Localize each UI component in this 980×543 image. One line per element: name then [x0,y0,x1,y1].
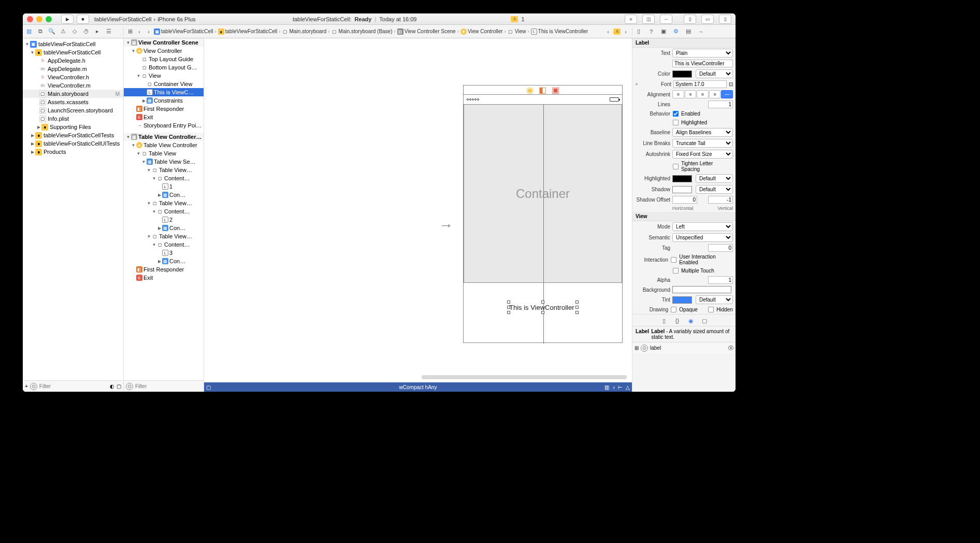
add-font-icon[interactable]: + [635,81,640,87]
outline-item[interactable]: ▼▢Content… [124,174,204,182]
background-swatch[interactable] [672,286,731,293]
outline-constraints[interactable]: ▶▦Constraints [124,96,204,105]
alpha-input[interactable] [708,276,733,284]
related-items-icon[interactable]: ⊞ [126,27,134,36]
alignment-segmented[interactable]: ≡ ≡ ≡ ≡ — [672,90,733,98]
device-name[interactable]: iPhone 6s Plus [157,16,195,22]
lib-media-icon[interactable]: ▢ [700,317,709,325]
outline-item[interactable]: ◧First Responder [124,105,204,113]
lines-input[interactable] [708,101,733,108]
lib-file-icon[interactable]: ▯ [660,317,668,325]
outline-item[interactable]: ▶▦Con… [124,191,204,199]
outline-item[interactable]: ▼▢Content… [124,240,204,249]
mode-select[interactable]: Left [672,222,733,231]
outline-filter-input[interactable] [135,383,201,389]
jump-next-icon[interactable]: › [622,27,630,36]
report-navigator-icon[interactable]: ☰ [105,27,113,36]
editor-standard-button[interactable]: ≡ [625,15,637,24]
warning-count[interactable]: 1 [521,16,524,22]
container-view[interactable]: Container [464,104,622,283]
text-content-input[interactable] [672,60,733,67]
semantic-select[interactable]: Unspecified [672,233,733,242]
nav-group[interactable]: ▼∎tableViewForStaticCell [23,48,123,56]
nav-group[interactable]: ▶∎Supporting Files [23,123,123,131]
canvas-viewcontroller[interactable]: ◉ ◧ ▣ Container This is ViewCont [463,85,623,343]
outline-item[interactable]: L3 [124,249,204,257]
linebreak-select[interactable]: Truncate Tail [672,139,733,148]
highlighted-checkbox[interactable] [673,120,679,125]
nav-file[interactable]: ▢LaunchScreen.storyboard [23,106,123,115]
lib-object-icon[interactable]: ◉ [687,317,695,325]
label-selection[interactable]: This is ViewController [509,303,577,312]
baseline-select[interactable]: Align Baselines [672,128,733,137]
align-justify-button[interactable]: ≡ [709,90,721,98]
filter-recent-icon[interactable]: ⊙ [30,383,37,390]
text-style-select[interactable]: Plain [672,49,733,58]
nav-root[interactable]: ▼▣tableViewForStaticCell [23,40,123,48]
nav-file[interactable]: ▢Assets.xcassets [23,98,123,106]
outline-item[interactable]: ▼▢Content… [124,207,204,216]
zoom-icon[interactable] [46,16,52,22]
outline-item[interactable]: EExit [124,274,204,282]
outline-view[interactable]: ▼▢View [124,72,204,80]
tint-swatch[interactable] [672,296,692,304]
add-icon[interactable]: + [25,383,28,389]
nav-file[interactable]: mViewController.m [23,81,123,90]
enabled-checkbox[interactable] [673,111,679,117]
scm-filter-icon[interactable]: ◐ [110,383,114,389]
nav-file[interactable]: ▢Info.plist [23,115,123,123]
attributes-inspector-icon[interactable]: ⚙ [672,27,680,36]
connections-inspector-icon[interactable]: → [697,27,705,36]
size-class-bar[interactable]: ▢ wCompact hAny ▥ ⫞ ⊢ △ [204,382,632,392]
outline-item[interactable]: ▢Top Layout Guide [124,55,204,63]
outline-item[interactable]: ▢Container View [124,80,204,88]
forward-icon[interactable]: › [145,27,153,36]
test-navigator-icon[interactable]: ◇ [70,27,79,36]
align-right-button[interactable]: ≡ [697,90,709,98]
opaque-checkbox[interactable] [671,307,676,312]
file-inspector-icon[interactable]: ▯ [635,27,643,36]
issue-navigator-icon[interactable]: ⚠ [59,27,67,36]
back-icon[interactable]: ‹ [135,27,143,36]
dock-icon[interactable]: ▢ [206,384,211,390]
nav-group[interactable]: ▶∎Products [23,148,123,156]
highlighted-swatch[interactable] [672,175,692,182]
clear-filter-icon[interactable]: ⓧ [728,345,733,352]
size-inspector-icon[interactable]: ▤ [684,27,693,36]
nav-file[interactable]: hViewController.h [23,73,123,81]
outline-vc[interactable]: ▼●Table View Controller [124,141,204,149]
tint-select[interactable]: Default [696,295,733,304]
symbol-navigator-icon[interactable]: ⧉ [36,27,45,36]
outline-item[interactable]: ▼▢Table View… [124,199,204,207]
issue-warning-icon[interactable]: ⚠ [613,28,621,35]
outline-item[interactable]: ▶▦Con… [124,257,204,265]
tighten-checkbox[interactable] [673,163,679,169]
pin-icon[interactable]: ⊢ [618,384,623,390]
storyboard-canvas[interactable]: → ◉ ◧ ▣ Container [204,38,632,392]
view-mode-icon[interactable]: ⊞ [635,345,639,351]
library-item[interactable]: Label Label - A variably sized amount of… [632,326,736,342]
uie-checkbox[interactable] [671,256,676,262]
vc-cube-icon[interactable]: ◧ [539,85,546,95]
jump-prev-icon[interactable]: ‹ [604,27,612,36]
color-select[interactable]: Default [696,69,733,78]
embed-in-stack-icon[interactable]: ▥ [604,384,609,390]
canvas-scrollbar[interactable] [422,375,627,379]
scheme-name[interactable]: tableViewForStaticCell [94,16,151,22]
font-picker-icon[interactable]: ⊡ [729,81,733,87]
filter-icon[interactable]: ⊙ [126,383,133,390]
help-inspector-icon[interactable]: ? [647,27,655,36]
identity-inspector-icon[interactable]: ▣ [659,27,668,36]
multitouch-checkbox[interactable] [673,268,679,274]
lib-code-icon[interactable]: {} [673,317,682,325]
filter-icon[interactable]: ⊙ [641,345,648,352]
shadow-select[interactable]: Default [696,185,733,194]
outline-item[interactable]: ◧First Responder [124,265,204,274]
outline-item[interactable]: ▢Bottom Layout G… [124,63,204,72]
outline-item[interactable]: ▼▢Table View [124,149,204,158]
nav-file[interactable]: hAppDelegate.h [23,56,123,65]
align-center-button[interactable]: ≡ [685,90,697,98]
toggle-debug-button[interactable]: ▭ [701,15,714,24]
nav-group[interactable]: ▶∎tableViewForStaticCellTests [23,131,123,139]
shadow-h-input[interactable] [672,196,697,204]
